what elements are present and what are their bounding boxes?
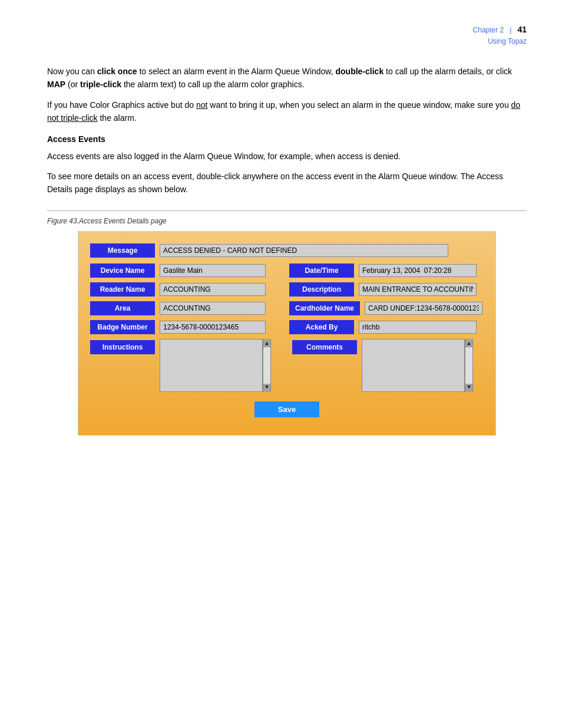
section-heading-access-events: Access Events	[47, 134, 527, 144]
instructions-scrollbar[interactable]: ▲ ▼	[263, 339, 271, 392]
instructions-label: Instructions	[90, 340, 155, 354]
date-time-col: Date/Time	[289, 263, 484, 278]
comments-label: Comments	[292, 340, 357, 354]
p1-text-mid3: (or	[65, 80, 80, 89]
instructions-comments-row: Instructions ▲ ▼ Comments	[90, 339, 484, 392]
comments-scroll-up[interactable]: ▲	[465, 340, 472, 347]
p1-bold-double-click: double-click	[335, 67, 384, 76]
reader-description-row: Reader Name Description	[90, 282, 484, 297]
cardholder-name-input[interactable]	[365, 302, 482, 315]
area-input[interactable]	[160, 302, 266, 315]
badge-col: Badge Number	[90, 320, 285, 334]
p1-bold-triple-click: triple-click	[80, 80, 121, 89]
page-header: Chapter 2 | 41 Using Topaz	[473, 24, 527, 47]
page-container: Chapter 2 | 41 Using Topaz Now you can c…	[0, 0, 562, 728]
paragraph-2: If you have Color Graphics active but do…	[47, 98, 527, 125]
reader-name-label: Reader Name	[90, 282, 155, 297]
instructions-textarea-container: ▲ ▼	[160, 339, 271, 392]
reader-name-col: Reader Name	[90, 282, 285, 297]
description-input[interactable]	[359, 283, 477, 296]
save-button[interactable]: Save	[254, 401, 319, 417]
save-row: Save	[90, 401, 484, 417]
p2-text-start: If you have Color Graphics active but do	[47, 100, 196, 110]
instructions-scroll-up[interactable]: ▲	[263, 340, 270, 347]
p1-bold-click-once: click once	[97, 67, 137, 76]
comments-scroll-track	[465, 347, 472, 384]
message-row: Message	[90, 243, 484, 258]
p2-text-mid: want to bring it up, when you select an …	[207, 100, 511, 110]
p1-text-end: the alarm text) to call up the alarm col…	[121, 80, 304, 89]
description-label: Description	[289, 282, 354, 297]
date-time-input[interactable]	[359, 264, 477, 277]
figure-caption: Figure 43.Access Events Details page	[47, 217, 527, 225]
p1-text-mid2: to call up the alarm details, or click	[384, 67, 512, 76]
area-cardholder-row: Area Cardholder Name	[90, 301, 484, 315]
comments-col: Comments ▲ ▼	[292, 339, 484, 392]
badge-number-input[interactable]	[160, 321, 266, 334]
instructions-scroll-track	[263, 347, 270, 384]
acked-col: Acked By	[289, 320, 484, 334]
comments-textarea-container: ▲ ▼	[362, 339, 473, 392]
device-name-input[interactable]	[160, 264, 266, 277]
paragraph-3: Access events are also logged in the Ala…	[47, 150, 527, 163]
instructions-textarea[interactable]	[160, 339, 263, 392]
chapter-subtitle: Using Topaz	[488, 37, 527, 45]
message-input[interactable]	[160, 244, 448, 257]
cardholder-name-label: Cardholder Name	[289, 301, 360, 315]
reader-name-input[interactable]	[160, 283, 266, 296]
paragraph-1: Now you can click once to select an alar…	[47, 65, 527, 91]
message-label: Message	[90, 243, 155, 258]
page-number: 41	[517, 25, 527, 34]
area-col: Area	[90, 301, 285, 315]
access-events-dialog: Message Device Name Date/Time Reader Nam…	[78, 231, 496, 436]
device-date-row: Device Name Date/Time	[90, 263, 484, 278]
main-content: Now you can click once to select an alar…	[47, 65, 527, 436]
cardholder-col: Cardholder Name	[289, 301, 484, 315]
comments-scrollbar[interactable]: ▲ ▼	[465, 339, 473, 392]
device-name-label: Device Name	[90, 263, 155, 278]
chapter-label: Chapter 2	[473, 26, 504, 34]
instructions-scroll-down[interactable]: ▼	[263, 384, 270, 391]
paragraph-4: To see more details on an access event, …	[47, 170, 527, 196]
acked-by-label: Acked By	[289, 320, 354, 334]
p1-bold-map: MAP	[47, 80, 65, 89]
description-col: Description	[289, 282, 484, 297]
badge-acked-row: Badge Number Acked By	[90, 320, 484, 334]
p2-text-end: the alarm.	[98, 113, 137, 123]
p2-underline-not: not	[196, 100, 207, 110]
section-divider	[47, 210, 527, 211]
comments-scroll-down[interactable]: ▼	[465, 384, 472, 391]
area-label: Area	[90, 301, 155, 315]
device-name-col: Device Name	[90, 263, 285, 278]
date-time-label: Date/Time	[289, 263, 354, 278]
p1-text-start: Now you can	[47, 67, 97, 76]
p1-text-mid1: to select an alarm event in the Alarm Qu…	[137, 67, 336, 76]
instructions-col: Instructions ▲ ▼	[90, 339, 282, 392]
comments-textarea[interactable]	[362, 339, 465, 392]
badge-number-label: Badge Number	[90, 320, 155, 334]
acked-by-input[interactable]	[359, 321, 477, 334]
